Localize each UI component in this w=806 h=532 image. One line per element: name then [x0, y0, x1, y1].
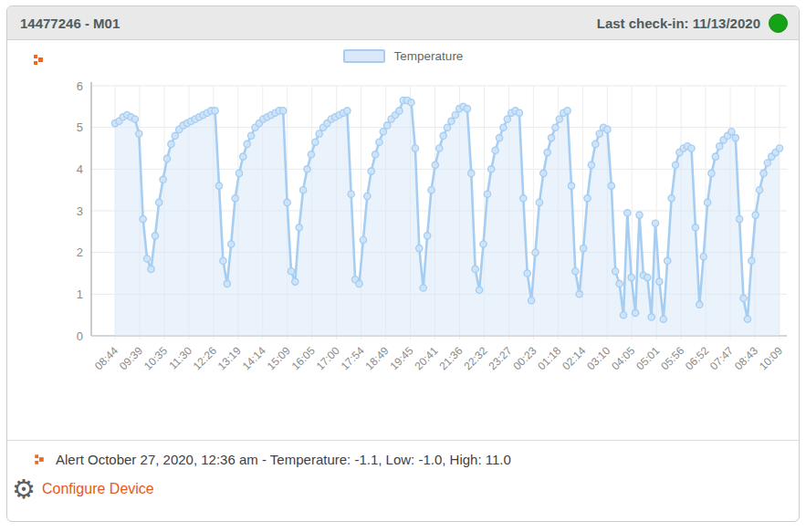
status-indicator-icon	[769, 14, 788, 33]
configure-row[interactable]: ⚙ Configure Device	[7, 467, 799, 502]
legend-label: Temperature	[394, 49, 464, 63]
svg-text:08:44: 08:44	[92, 344, 120, 372]
device-title: 14477246 - M01	[20, 16, 120, 31]
svg-text:20:41: 20:41	[413, 344, 441, 372]
card-body: Temperature 012345608:4409:3910:3511:301…	[7, 40, 799, 502]
chart-top: Temperature	[7, 40, 799, 73]
alert-arrow-icon	[35, 454, 44, 464]
svg-text:16:05: 16:05	[289, 344, 318, 372]
svg-text:05:01: 05:01	[633, 344, 662, 372]
card-header: 14477246 - M01 Last check-in: 11/13/2020	[7, 6, 799, 40]
svg-text:10:35: 10:35	[141, 344, 170, 372]
svg-text:23:27: 23:27	[486, 344, 514, 372]
svg-text:06:52: 06:52	[683, 344, 711, 372]
svg-text:17:00: 17:00	[314, 344, 342, 372]
svg-text:4: 4	[77, 162, 83, 176]
svg-text:03:10: 03:10	[584, 344, 612, 372]
svg-text:21:36: 21:36	[436, 344, 465, 372]
svg-text:2: 2	[77, 245, 83, 259]
svg-text:14:14: 14:14	[240, 344, 268, 372]
svg-text:1: 1	[77, 287, 83, 301]
svg-text:18:49: 18:49	[363, 344, 392, 372]
chart-area: 012345608:4409:3910:3511:3012:2613:1914:…	[47, 73, 799, 396]
svg-text:05:56: 05:56	[658, 344, 686, 372]
svg-text:09:39: 09:39	[117, 344, 145, 372]
svg-text:15:09: 15:09	[265, 344, 293, 372]
alert-row: Alert October 27, 2020, 12:36 am - Tempe…	[7, 441, 799, 467]
device-card: 14477246 - M01 Last check-in: 11/13/2020…	[6, 5, 800, 522]
svg-text:11:30: 11:30	[167, 344, 195, 372]
svg-text:22:32: 22:32	[461, 344, 489, 372]
svg-text:01:18: 01:18	[535, 344, 563, 372]
svg-text:00:23: 00:23	[510, 344, 539, 372]
svg-text:12:26: 12:26	[191, 344, 219, 372]
svg-text:3: 3	[77, 204, 83, 218]
last-checkin: Last check-in: 11/13/2020	[597, 14, 788, 33]
svg-text:02:14: 02:14	[560, 344, 588, 372]
temperature-chart[interactable]: 012345608:4409:3910:3511:3012:2613:1914:…	[47, 73, 796, 396]
svg-text:07:47: 07:47	[707, 344, 736, 372]
svg-text:04:05: 04:05	[609, 344, 637, 372]
svg-text:19:45: 19:45	[388, 344, 416, 372]
legend-swatch-icon	[343, 49, 385, 63]
last-checkin-label: Last check-in: 11/13/2020	[597, 16, 760, 31]
svg-text:6: 6	[77, 79, 83, 93]
svg-text:08:43: 08:43	[732, 344, 760, 372]
chart-legend[interactable]: Temperature	[7, 49, 799, 63]
svg-text:10:09: 10:09	[757, 344, 785, 372]
svg-text:5: 5	[77, 120, 83, 134]
svg-text:13:19: 13:19	[215, 344, 244, 372]
alert-text: Alert October 27, 2020, 12:36 am - Tempe…	[56, 452, 511, 467]
gear-icon[interactable]: ⚙	[12, 476, 36, 502]
svg-text:0: 0	[77, 329, 83, 343]
svg-text:17:54: 17:54	[339, 344, 367, 372]
configure-device-link[interactable]: Configure Device	[42, 481, 154, 497]
